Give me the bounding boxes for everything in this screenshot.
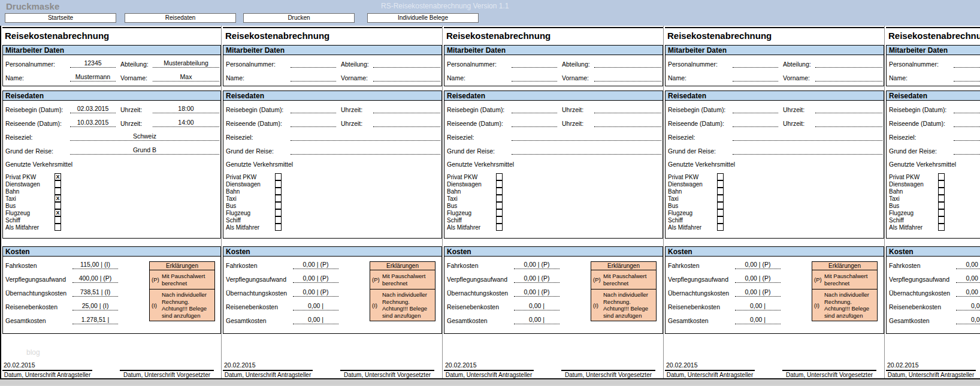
name-field[interactable] [733,73,778,82]
verpflegungsaufwand-field[interactable]: 0,00 | (P) [735,275,781,283]
transport-checkbox[interactable] [938,195,945,202]
personalnummer-field[interactable] [733,59,778,68]
grund-der-reise-field[interactable]: Grund B [70,146,219,155]
reiseziel-field[interactable] [291,132,440,141]
startseite-button[interactable]: Startseite [5,13,116,23]
verpflegungsaufwand-field[interactable]: 0,00 | (P) [293,275,338,283]
personalnummer-field[interactable] [512,59,557,68]
personalnummer-field[interactable]: 12345 [70,59,116,68]
transport-checkbox[interactable] [717,195,724,202]
fahrkosten-field[interactable]: 0,00 | (P) [735,261,781,269]
reiseziel-field[interactable]: Schweiz [70,132,219,141]
transport-checkbox[interactable] [938,202,945,209]
uhrzeit-begin-field[interactable] [594,105,661,113]
transport-checkbox[interactable] [275,180,282,188]
reiseziel-field[interactable] [954,132,980,141]
reisenebenkosten-field[interactable]: 0,00 | [735,302,781,310]
abteilung-field[interactable]: Musterabteilung [153,59,219,68]
transport-checkbox[interactable] [717,188,724,195]
fahrkosten-field[interactable]: 115,00 | (I) [72,261,118,269]
reiseende-field[interactable] [512,119,557,127]
transport-checkbox[interactable] [496,173,503,180]
name-field[interactable]: Mustermann [70,73,116,82]
transport-checkbox[interactable] [275,195,282,202]
uhrzeit-begin-field[interactable] [815,105,882,113]
verpflegungsaufwand-field[interactable]: 0,00 | (P) [514,275,559,283]
transport-checkbox[interactable] [717,224,724,231]
grund-der-reise-field[interactable] [954,146,980,155]
reisenebenkosten-field[interactable]: 0,00 | [956,302,980,310]
uhrzeit-ende-field[interactable] [594,119,661,127]
reisebegin-field[interactable] [291,105,336,113]
fahrkosten-field[interactable]: 0,00 | (P) [956,261,980,269]
personalnummer-field[interactable] [954,59,980,68]
fahrkosten-field[interactable]: 0,00 | (P) [293,261,338,269]
uebernachtungskosten-field[interactable]: 0,00 | (P) [514,288,559,297]
verpflegungsaufwand-field[interactable]: 400,00 | (P) [72,275,118,283]
transport-checkbox[interactable] [717,216,724,224]
verpflegungsaufwand-field[interactable]: 0,00 | (P) [956,275,980,283]
reiseende-field[interactable] [954,119,980,127]
vorname-field[interactable] [815,73,882,82]
vorname-field[interactable] [594,73,661,82]
transport-checkbox[interactable] [938,224,945,231]
reisenebenkosten-field[interactable]: 25,00 | (I) [72,302,118,310]
name-field[interactable] [954,73,980,82]
reiseende-field[interactable]: 10.03.2015 [70,119,116,127]
transport-checkbox[interactable] [496,209,503,216]
name-field[interactable] [512,73,557,82]
transport-checkbox[interactable] [938,216,945,224]
transport-checkbox[interactable] [717,202,724,209]
transport-checkbox[interactable] [938,180,945,188]
individuelle-belege-button[interactable]: Individuelle Belege [367,13,479,23]
uhrzeit-ende-field[interactable] [815,119,882,127]
drucken-button[interactable]: Drucken [243,13,355,23]
abteilung-field[interactable] [373,59,440,68]
reisenebenkosten-field[interactable]: 0,00 | [514,302,559,310]
uebernachtungskosten-field[interactable]: 0,00 | (P) [735,288,781,297]
gesamtkosten-field[interactable]: 1.278,51 | [72,316,118,324]
abteilung-field[interactable] [594,59,661,68]
vorname-field[interactable]: Max [153,73,219,82]
name-field[interactable] [291,73,336,82]
transport-checkbox[interactable] [275,216,282,224]
transport-checkbox[interactable] [496,195,503,202]
transport-checkbox[interactable] [496,180,503,188]
transport-checkbox[interactable] [55,188,61,195]
transport-checkbox[interactable]: X [55,195,61,202]
transport-checkbox[interactable] [55,216,61,224]
grund-der-reise-field[interactable] [512,146,661,155]
uhrzeit-ende-field[interactable] [373,119,440,127]
reiseende-field[interactable] [733,119,778,127]
transport-checkbox[interactable] [938,209,945,216]
transport-checkbox[interactable] [55,224,61,231]
reisebegin-field[interactable] [733,105,778,113]
transport-checkbox[interactable] [496,202,503,209]
uhrzeit-begin-field[interactable] [373,105,440,113]
transport-checkbox[interactable] [717,180,724,188]
reisebegin-field[interactable] [954,105,980,113]
grund-der-reise-field[interactable] [291,146,440,155]
transport-checkbox[interactable] [496,188,503,195]
reiseende-field[interactable] [291,119,336,127]
gesamtkosten-field[interactable]: 0,00 | [735,316,781,324]
uebernachtungskosten-field[interactable]: 0,00 | (P) [293,288,338,297]
reisebegin-field[interactable]: 02.03.2015 [70,105,116,113]
abteilung-field[interactable] [815,59,882,68]
uebernachtungskosten-field[interactable]: 738,51 | (I) [72,288,118,297]
reisenebenkosten-field[interactable]: 0,00 | [293,302,338,310]
transport-checkbox[interactable] [717,209,724,216]
uebernachtungskosten-field[interactable]: 0,00 | (P) [956,288,980,297]
gesamtkosten-field[interactable]: 0,00 | [514,316,559,324]
transport-checkbox[interactable] [55,180,61,188]
transport-checkbox[interactable] [275,224,282,231]
uhrzeit-begin-field[interactable]: 18:00 [153,105,219,113]
transport-checkbox[interactable] [275,209,282,216]
grund-der-reise-field[interactable] [733,146,882,155]
reiseziel-field[interactable] [512,132,661,141]
transport-checkbox[interactable] [275,188,282,195]
transport-checkbox[interactable] [496,216,503,224]
reisebegin-field[interactable] [512,105,557,113]
transport-checkbox[interactable] [938,173,945,180]
reisedaten-button[interactable]: Reisedaten [125,13,236,23]
